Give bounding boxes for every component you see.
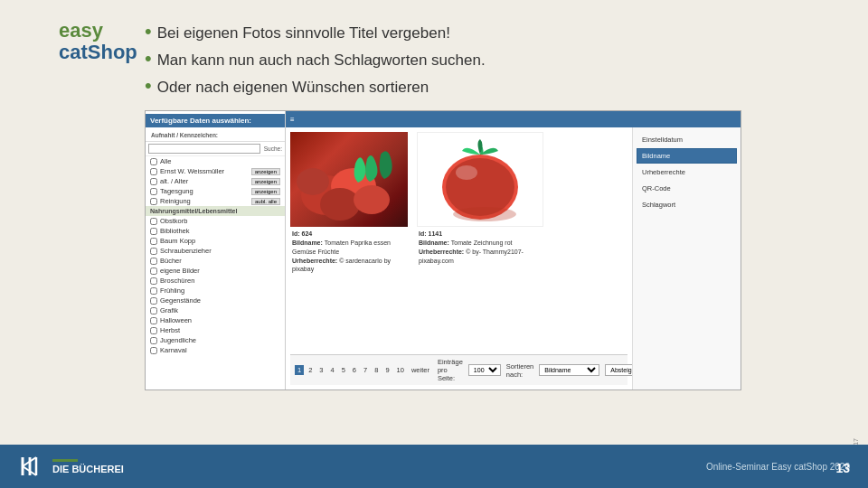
page-more[interactable]: weiter: [409, 365, 432, 375]
search-label: Suche:: [264, 145, 282, 152]
page-9[interactable]: 9: [382, 365, 392, 375]
checkbox-alt[interactable]: [150, 178, 157, 185]
bullet-dot-3: •: [145, 76, 152, 96]
btn-anzeigen-ernst[interactable]: anzeigen: [251, 168, 280, 175]
page-1[interactable]: 1: [295, 365, 304, 375]
sort-select[interactable]: Bildname Einstelldatum: [539, 364, 599, 376]
page-6[interactable]: 6: [350, 365, 359, 375]
checkbox-reinigung[interactable]: [150, 198, 157, 205]
item-label-broschueren: Broschüren: [160, 277, 194, 285]
image-tomatoes: [290, 132, 408, 227]
footer-seminar: Online-Seminar Easy catShop 2020: [706, 462, 850, 472]
page-10[interactable]: 10: [394, 365, 407, 375]
svg-point-4: [297, 168, 329, 195]
entries-label: Einträge pro Seite:: [438, 358, 463, 382]
checkbox-jugendliche[interactable]: [150, 337, 157, 344]
page-5[interactable]: 5: [339, 365, 348, 375]
sort-qrcode[interactable]: QR-Code: [637, 181, 737, 196]
checkbox-tagesgung[interactable]: [150, 188, 157, 195]
sidebar-item-broschueren[interactable]: Broschüren: [146, 276, 285, 286]
checkbox-bibliothek[interactable]: [150, 228, 157, 235]
bullet-text-2: Man kann nun auch nach Schlagworten such…: [157, 51, 486, 70]
sort-einstelldatum[interactable]: Einstelldatum: [637, 132, 737, 147]
bullet-dot-1: •: [145, 22, 152, 42]
sidebar-item-gegenstände[interactable]: Gegenstände: [146, 296, 285, 305]
checkbox-bücher[interactable]: [150, 258, 157, 265]
sort-dir-select[interactable]: Absteigend Aufsteigend: [605, 364, 632, 376]
sidebar-item-bücher[interactable]: Bücher: [146, 256, 285, 266]
sidebar-item-frühling[interactable]: Frühling: [146, 286, 285, 296]
bullet-item-1: • Bei eigenen Fotos sinnvolle Titel verg…: [145, 23, 841, 43]
item-label-frühling: Frühling: [160, 286, 184, 295]
sidebar-item-obstkorb[interactable]: Obstkorb: [146, 216, 285, 226]
btn-anzeigen-tagesgung[interactable]: anzeigen: [251, 188, 280, 195]
logo-text-group: DIE BÜCHEREI: [52, 459, 124, 474]
item-label-bücher: Bücher: [160, 257, 182, 265]
checkbox-baum[interactable]: [150, 238, 157, 245]
btn-anzeigen-alt[interactable]: anzeigen: [251, 178, 280, 185]
images-row: Id: 624 Bildname: Tomaten Paprika essen …: [290, 132, 627, 277]
checkbox-frühling[interactable]: [150, 287, 157, 295]
checkbox-broschueren[interactable]: [150, 277, 157, 285]
sidebar-item-bibliothek[interactable]: Bibliothek: [146, 226, 285, 236]
sidebar-item-schrauben[interactable]: Schraubenzieher: [146, 246, 285, 256]
checkbox-eigene[interactable]: [150, 267, 157, 275]
main-top-bar: ≡: [286, 111, 741, 127]
img1-bildname: Bildname: Tomaten Paprika essen Gemüse F…: [292, 239, 406, 257]
sidebar-item-tagesgung[interactable]: Tagesgung anzeigen: [146, 186, 285, 196]
sidebar-section-food: Nahrungsmittel/Lebensmittel: [146, 206, 285, 216]
img-info-2: Id: 1141 Bildname: Tomate Zeichnung rot …: [417, 227, 543, 267]
checkbox-herbst[interactable]: [150, 327, 157, 334]
img2-id: Id: 1141: [419, 230, 542, 239]
checkbox-karnaval[interactable]: [150, 347, 157, 354]
sidebar-item-herbst[interactable]: Herbst: [146, 325, 285, 335]
sidebar-item-halloween[interactable]: Halloween: [146, 315, 285, 325]
sidebar-item-ernst[interactable]: Ernst W. Weissmüller anzeigen: [146, 166, 285, 176]
sidebar-item-eigene[interactable]: eigene Bilder: [146, 266, 285, 276]
img1-urheberrechte: Urheberrechte: © sardenacarlo by pixabay: [292, 257, 406, 275]
sort-schlagwort[interactable]: Schlagwort: [637, 197, 737, 212]
sidebar-item-karnaval[interactable]: Karnaval: [146, 345, 285, 355]
img-box-2: Id: 1141 Bildname: Tomate Zeichnung rot …: [417, 132, 543, 277]
sidebar-item-alt[interactable]: alt. / Alter anzeigen: [146, 176, 285, 186]
checkbox-schrauben[interactable]: [150, 248, 157, 255]
img2-urheberrechte: Urheberrechte: © by- Thammy2107-pixabay.…: [419, 248, 542, 266]
sidebar-item-grafik[interactable]: Grafik: [146, 305, 285, 315]
btn-aubl-reinigung[interactable]: aubl. alle: [251, 198, 280, 205]
page-3[interactable]: 3: [316, 365, 326, 375]
page-8[interactable]: 8: [372, 365, 381, 375]
svg-point-7: [456, 165, 477, 180]
sort-bildname[interactable]: Bildname: [637, 148, 737, 164]
logo-divider: [52, 459, 78, 462]
img-info-1: Id: 624 Bildname: Tomaten Paprika essen …: [290, 227, 408, 277]
din-logo-svg: [18, 450, 45, 483]
main-images-and-sort: Id: 624 Bildname: Tomaten Paprika essen …: [286, 127, 741, 389]
page-4[interactable]: 4: [328, 365, 337, 375]
sidebar-item-jugendliche[interactable]: Jugendliche: [146, 335, 285, 345]
entries-select[interactable]: 100 50 25: [468, 364, 501, 376]
checkbox-alle[interactable]: [150, 158, 157, 165]
item-label-schrauben: Schraubenzieher: [160, 247, 212, 255]
page-7[interactable]: 7: [361, 365, 370, 375]
item-label-reinigung: Reinigung: [160, 197, 249, 205]
img-box-1: Id: 624 Bildname: Tomaten Paprika essen …: [290, 132, 408, 277]
checkbox-halloween[interactable]: [150, 317, 157, 324]
sidebar-item-reinigung[interactable]: Reinigung aubl. alle: [146, 196, 285, 206]
top-bar-label: ≡: [290, 116, 295, 124]
sidebar: Verfügbare Daten auswählen: Aufnahit / K…: [146, 111, 286, 389]
sort-urheberrechte[interactable]: Urheberrechte: [637, 164, 737, 180]
checkbox-obstkorb[interactable]: [150, 218, 157, 225]
checkbox-grafik[interactable]: [150, 307, 157, 314]
sidebar-item-baum[interactable]: Baum Kopp: [146, 236, 285, 246]
checkbox-ernst[interactable]: [150, 168, 157, 175]
item-label-eigene: eigene Bilder: [160, 267, 200, 275]
bullet-text-1: Bei eigenen Fotos sinnvolle Titel vergeb…: [157, 23, 450, 43]
bullet-points: • Bei eigenen Fotos sinnvolle Titel verg…: [145, 23, 841, 98]
sidebar-search-input[interactable]: [148, 144, 260, 154]
checkbox-gegenstände[interactable]: [150, 297, 157, 305]
sidebar-header: Verfügbare Daten auswählen:: [146, 114, 285, 127]
page-2[interactable]: 2: [306, 365, 315, 375]
svg-point-2: [320, 188, 360, 221]
item-label-jugendliche: Jugendliche: [160, 336, 196, 344]
sidebar-item-alle[interactable]: Alle: [146, 156, 285, 166]
